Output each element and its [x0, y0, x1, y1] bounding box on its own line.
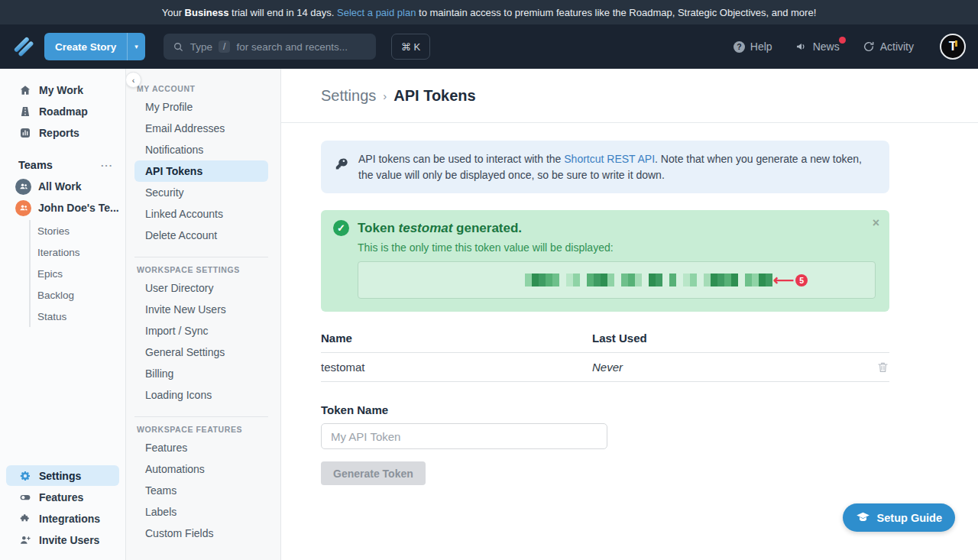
annotation-arrow-icon: ⟵: [773, 273, 794, 287]
settings-nav-item[interactable]: Delete Account: [134, 225, 268, 246]
team-subnav-item[interactable]: Epics: [37, 263, 125, 284]
api-info-banner: API tokens can be used to interact with …: [321, 141, 889, 193]
settings-nav-item[interactable]: Automations: [134, 458, 268, 480]
top-nav: Create Story ▾ Type / for search and rec…: [0, 24, 978, 69]
team-item[interactable]: All Work: [0, 176, 125, 197]
table-header-row: Name Last Used: [321, 332, 889, 353]
sidebar-item[interactable]: Roadmap: [6, 101, 119, 121]
shortcut-logo-icon[interactable]: [12, 35, 35, 58]
people-icon: [18, 181, 29, 192]
page-title: API Tokens: [393, 87, 475, 105]
help-label: Help: [750, 40, 772, 53]
avatar-accent: [955, 40, 957, 47]
team-avatar: [15, 200, 31, 216]
team-subnav-item[interactable]: Stories: [37, 220, 125, 241]
create-story-label[interactable]: Create Story: [44, 33, 127, 60]
team-subnav-item[interactable]: Iterations: [37, 241, 125, 263]
redacted-token-mosaic: [525, 274, 772, 286]
megaphone-icon: [795, 40, 808, 53]
settings-nav-item[interactable]: Custom Fields: [134, 523, 268, 544]
shortcut-rest-api-link[interactable]: Shortcut REST API: [564, 153, 655, 165]
trial-banner: Your Business trial will end in 14 days.…: [0, 0, 978, 24]
breadcrumb-separator-icon: ›: [383, 89, 387, 102]
alert-title: Token testomat generated.: [358, 221, 522, 236]
settings-nav-item[interactable]: Features: [134, 437, 268, 458]
search-placeholder: Type: [190, 41, 212, 53]
settings-nav-item[interactable]: User Directory: [134, 277, 268, 299]
sidebar-item[interactable]: Features: [6, 487, 119, 507]
setup-guide-label: Setup Guide: [877, 512, 942, 524]
teams-section-header: Teams: [18, 159, 53, 171]
toggle-icon: [18, 490, 31, 503]
settings-nav-item[interactable]: Security: [134, 182, 268, 203]
search-input[interactable]: Type / for search and recents...: [164, 34, 376, 60]
search-shortcut-kbd: ⌘ K: [391, 34, 430, 60]
page-header: Settings › API Tokens: [281, 69, 978, 123]
close-icon[interactable]: ×: [873, 217, 879, 229]
section-header: WORKSPACE FEATURES: [137, 425, 270, 434]
activity-button[interactable]: Activity: [855, 40, 921, 53]
primary-sidebar: My Work Roadmap Reports Teams ···: [0, 69, 126, 560]
chevron-down-icon[interactable]: ▾: [127, 33, 145, 60]
notification-dot: [839, 37, 846, 44]
trash-icon: [876, 361, 889, 374]
select-paid-plan-link[interactable]: Select a paid plan: [337, 7, 416, 18]
setup-guide-button[interactable]: Setup Guide: [843, 503, 955, 532]
settings-nav-item[interactable]: General Settings: [134, 342, 268, 363]
team-avatar: [15, 179, 31, 195]
settings-nav-item[interactable]: Labels: [134, 501, 268, 523]
sidebar-item[interactable]: Settings: [6, 465, 119, 486]
col-header-last-used: Last Used: [592, 332, 866, 345]
settings-nav-item[interactable]: Billing: [134, 363, 268, 384]
search-icon: [173, 41, 184, 53]
token-name-label: Token Name: [321, 403, 978, 416]
settings-nav-item[interactable]: Linked Accounts: [134, 203, 268, 225]
settings-nav-item[interactable]: Email Addresses: [134, 118, 268, 139]
tokens-table: Name Last Used testomat Never: [321, 332, 889, 382]
settings-nav-item[interactable]: Notifications: [134, 139, 268, 160]
breadcrumb-settings[interactable]: Settings: [321, 87, 376, 105]
section-header: MY ACCOUNT: [137, 84, 270, 93]
sidebar-item[interactable]: Reports: [6, 122, 119, 143]
annotation-badge: 5: [795, 274, 808, 286]
road-icon: [18, 105, 31, 118]
settings-nav-item[interactable]: Loading Icons: [134, 384, 268, 406]
sidebar-item[interactable]: Invite Users: [6, 529, 119, 550]
collapse-sidebar-button[interactable]: ‹: [126, 72, 141, 88]
graduation-cap-icon: [856, 510, 870, 525]
banner-text: to maintain access to premium features l…: [416, 7, 816, 18]
banner-text: Your: [162, 7, 185, 18]
search-placeholder: for search and recents...: [236, 41, 348, 53]
token-last-used-cell: Never: [592, 361, 866, 374]
team-subnav-item[interactable]: Status: [37, 306, 125, 327]
news-button[interactable]: News: [788, 40, 847, 53]
generate-token-button[interactable]: Generate Token: [321, 461, 426, 485]
settings-nav-item[interactable]: Teams: [134, 480, 268, 501]
user-avatar[interactable]: T: [940, 34, 966, 60]
create-story-button[interactable]: Create Story ▾: [44, 33, 145, 60]
api-info-text: API tokens can be used to interact with …: [358, 151, 876, 183]
token-name-cell: testomat: [321, 361, 592, 374]
person-plus-icon: [18, 533, 31, 546]
col-header-name: Name: [321, 332, 592, 345]
token-generated-alert: × ✓ Token testomat generated. This is th…: [321, 210, 889, 312]
settings-nav-item[interactable]: Import / Sync: [134, 320, 268, 342]
puzzle-icon: [18, 512, 31, 525]
divider: [134, 416, 268, 417]
team-subnav: Stories Iterations Epics Backlog Status: [29, 220, 125, 327]
teams-overflow-menu[interactable]: ···: [101, 160, 113, 171]
gear-icon: [18, 469, 31, 482]
settings-nav-item[interactable]: My Profile: [134, 96, 268, 118]
settings-nav-item[interactable]: Invite New Users: [134, 299, 268, 320]
token-name-input[interactable]: [321, 423, 607, 449]
delete-token-button[interactable]: [866, 361, 889, 374]
key-icon: [335, 151, 348, 183]
main-content: Settings › API Tokens API tokens can be …: [281, 69, 978, 560]
sidebar-item[interactable]: Integrations: [6, 508, 119, 529]
alert-subtitle: This is the only time this token value w…: [358, 241, 877, 254]
help-button[interactable]: ? Help: [726, 40, 780, 53]
team-item[interactable]: John Doe's Te...: [0, 197, 125, 218]
sidebar-item[interactable]: My Work: [6, 79, 119, 100]
team-subnav-item[interactable]: Backlog: [37, 284, 125, 306]
settings-nav-item[interactable]: API Tokens: [134, 160, 268, 182]
